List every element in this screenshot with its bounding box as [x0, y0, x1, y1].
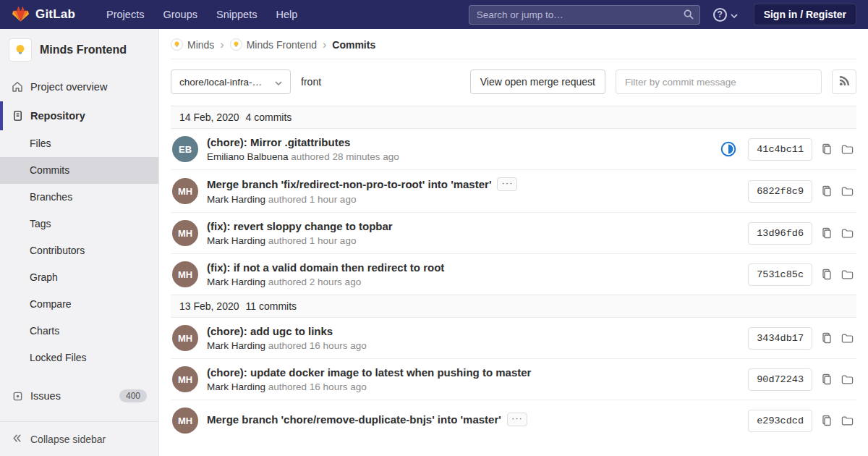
commit-sha[interactable]: 7531c85c: [748, 263, 812, 286]
sidebar-item-commits[interactable]: Commits: [0, 157, 158, 184]
branch-name: chore/local-infra-…: [179, 77, 262, 88]
commit-author-link[interactable]: Mark Harding: [207, 194, 265, 205]
clipboard-icon: [821, 269, 833, 280]
nav-link-snippets[interactable]: Snippets: [208, 0, 265, 29]
search-input[interactable]: [469, 5, 700, 25]
sidebar-item-tags[interactable]: Tags: [0, 211, 158, 237]
author-avatar[interactable]: MH: [172, 366, 198, 392]
breadcrumb-group-label: Minds: [187, 39, 214, 51]
breadcrumb-project-label: Minds Frontend: [247, 39, 317, 51]
commit-title-link[interactable]: (chore): update docker image to latest w…: [207, 366, 531, 379]
sidebar-item-branches[interactable]: Branches: [0, 184, 158, 211]
sidebar-item-charts[interactable]: Charts: [0, 318, 158, 345]
commit-title-link[interactable]: (chore): Mirror .gitattributes: [207, 136, 350, 148]
top-navbar: GitLab Projects Groups Snippets Help ? S…: [0, 0, 868, 29]
browse-files-button[interactable]: [841, 269, 854, 280]
copy-sha-button[interactable]: [821, 373, 833, 385]
branch-switcher-dropdown[interactable]: chore/local-infra-…: [171, 69, 291, 94]
author-avatar[interactable]: MH: [172, 325, 198, 351]
commit-sha[interactable]: 90d72243: [748, 368, 812, 391]
nav-link-help[interactable]: Help: [268, 0, 305, 29]
pipeline-status-running-icon[interactable]: [720, 141, 736, 157]
commit-author-link[interactable]: Mark Harding: [207, 276, 265, 287]
author-avatar[interactable]: MH: [172, 178, 198, 204]
breadcrumb-group-link[interactable]: Minds: [171, 38, 214, 51]
copy-sha-button[interactable]: [821, 143, 833, 155]
folder-icon: [841, 269, 854, 280]
expand-commit-description-button[interactable]: ···: [507, 413, 527, 426]
commit-sha[interactable]: e293cdcd: [748, 410, 812, 432]
sidebar-item-project-overview[interactable]: Project overview: [0, 72, 158, 101]
nav-link-groups[interactable]: Groups: [155, 0, 205, 29]
sidebar-item-compare[interactable]: Compare: [0, 291, 158, 318]
sidebar-item-issues[interactable]: Issues 400: [0, 381, 158, 410]
browse-files-button[interactable]: [841, 374, 854, 385]
commit-author-link[interactable]: Mark Harding: [207, 235, 265, 246]
commit-info: (fix): revert sloppy change to topbar Ma…: [207, 220, 393, 246]
commit-author-link[interactable]: Emiliano Balbuena: [207, 151, 289, 162]
gitlab-tanuki-icon: [12, 5, 30, 25]
commit-title-link[interactable]: Merge branch 'fix/redirect-non-pro-to-ro…: [207, 178, 491, 190]
commit-date-header: 13 Feb, 2020 11 commits: [171, 295, 856, 318]
sign-in-register-button[interactable]: Sign in / Register: [754, 4, 856, 25]
commit-sha[interactable]: 3434db17: [748, 327, 812, 350]
author-avatar[interactable]: MH: [172, 408, 198, 434]
project-context-header[interactable]: Minds Frontend: [0, 29, 158, 72]
sidebar-item-locked-files[interactable]: Locked Files: [0, 345, 158, 371]
clipboard-icon: [821, 373, 833, 385]
copy-sha-button[interactable]: [821, 269, 833, 280]
copy-sha-button[interactable]: [821, 185, 833, 197]
commit-sha[interactable]: 6822f8c9: [748, 180, 812, 203]
browse-files-button[interactable]: [841, 144, 854, 155]
commit-author-link[interactable]: Mark Harding: [207, 340, 265, 351]
browse-files-button[interactable]: [841, 415, 854, 426]
commit-date-header: 14 Feb, 2020 4 commits: [171, 106, 856, 129]
commits-feed-button[interactable]: [832, 69, 856, 94]
commit-time: authored 16 hours ago: [268, 340, 367, 351]
commit-title-link[interactable]: (fix): revert sloppy change to topbar: [207, 220, 393, 232]
commit-row: EB (chore): Mirror .gitattributes Emilia…: [171, 129, 856, 169]
breadcrumb-project-link[interactable]: Minds Frontend: [230, 38, 317, 51]
help-menu[interactable]: ?: [713, 8, 738, 22]
commit-actions: 90d72243: [748, 368, 854, 391]
browse-files-button[interactable]: [841, 186, 854, 197]
sidebar-item-repository[interactable]: Repository: [0, 101, 158, 130]
commit-title-link[interactable]: (fix): if not a valid domain then redire…: [207, 261, 444, 274]
commit-row: MH (fix): if not a valid domain then red…: [171, 253, 856, 295]
sidebar-item-graph[interactable]: Graph: [0, 264, 158, 291]
gitlab-logo[interactable]: GitLab: [12, 5, 75, 25]
commit-row: MH (chore): update docker image to lates…: [171, 358, 856, 400]
commit-info: Merge branch 'chore/remove-duplicate-bnj…: [207, 413, 527, 429]
copy-sha-button[interactable]: [821, 227, 833, 239]
expand-commit-description-button[interactable]: ···: [497, 177, 517, 191]
author-avatar[interactable]: MH: [172, 261, 198, 287]
view-open-merge-request-button[interactable]: View open merge request: [470, 69, 605, 94]
commit-title-link[interactable]: Merge branch 'chore/remove-duplicate-bnj…: [207, 413, 501, 426]
group-avatar: [171, 38, 183, 51]
commit-filter-input[interactable]: [616, 69, 822, 94]
sidebar-item-contributors[interactable]: Contributors: [0, 237, 158, 264]
commit-actions: 6822f8c9: [748, 180, 854, 203]
breadcrumb-separator-icon: ›: [220, 39, 224, 51]
commit-sha[interactable]: 41c4bc11: [748, 138, 812, 161]
browse-files-button[interactable]: [841, 228, 854, 239]
commit-time: authored 1 hour ago: [268, 194, 357, 205]
commit-time: authored 28 minutes ago: [291, 151, 399, 162]
home-icon: [12, 81, 23, 93]
commit-actions: 7531c85c: [748, 263, 854, 286]
commit-sha[interactable]: 13d96fd6: [748, 222, 812, 245]
sidebar-item-files[interactable]: Files: [0, 130, 158, 157]
author-avatar[interactable]: EB: [172, 136, 198, 162]
commit-time: authored 16 hours ago: [268, 381, 367, 392]
copy-sha-button[interactable]: [821, 415, 833, 426]
author-avatar[interactable]: MH: [172, 220, 198, 246]
copy-sha-button[interactable]: [821, 332, 833, 344]
folder-icon: [841, 186, 854, 197]
date-label: 13 Feb, 2020: [179, 300, 239, 312]
collapse-sidebar-button[interactable]: Collapse sidebar: [0, 421, 158, 456]
browse-files-button[interactable]: [841, 333, 854, 344]
global-search: [469, 5, 700, 25]
commit-title-link[interactable]: (chore): add ugc to links: [207, 325, 333, 337]
nav-link-projects[interactable]: Projects: [98, 0, 152, 29]
commit-author-link[interactable]: Mark Harding: [207, 381, 265, 392]
